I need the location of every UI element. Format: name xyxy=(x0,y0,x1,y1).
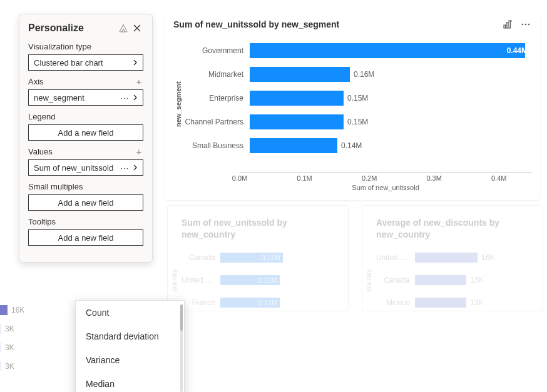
bar[interactable] xyxy=(250,91,344,106)
bar-value-label: 16K xyxy=(481,253,494,262)
bar-value-label: 0.16M xyxy=(354,67,374,82)
svg-point-5 xyxy=(528,24,530,26)
chart-title: Sum of new_unitssold by new_country xyxy=(181,217,334,241)
bar-value-label: 3K xyxy=(5,343,14,352)
viz-type-label: Visualization type xyxy=(28,42,91,51)
chart-title: Sum of new_unitssold by new_segment xyxy=(173,19,503,29)
y-axis-label: country xyxy=(365,269,372,291)
values-field-well[interactable]: Sum of new_unitssold ··· xyxy=(28,159,143,176)
y-axis-title: new_segment xyxy=(173,39,183,170)
background-bar-row: 16K xyxy=(0,305,69,315)
bar-value-label: 0.21M xyxy=(258,275,277,285)
scrollbar-thumb[interactable] xyxy=(180,304,183,331)
pane-title: Personalize xyxy=(28,23,116,34)
svg-point-4 xyxy=(525,24,527,26)
category-label: Channel Partners xyxy=(183,118,250,126)
category-label: Enterprise xyxy=(183,94,250,103)
context-menu-item[interactable]: Variance xyxy=(76,348,184,372)
bar-value-label: 13K xyxy=(470,276,483,284)
faded-bar-row: United St…16K xyxy=(376,252,529,263)
bar xyxy=(415,298,466,308)
viz-type-dropdown[interactable]: Clustered bar chart xyxy=(28,54,143,71)
legend-label: Legend xyxy=(28,112,55,121)
values-label: Values xyxy=(28,147,53,156)
bar[interactable] xyxy=(250,43,525,58)
chart-bar-row[interactable]: Government0.44M xyxy=(183,39,531,63)
bar: 0.21M xyxy=(220,275,280,285)
category-label: Small Business xyxy=(183,141,250,150)
category-label: Mexico xyxy=(376,298,415,307)
bar xyxy=(415,275,466,285)
bar[interactable] xyxy=(250,138,337,153)
faded-chart-units-by-country: Sum of new_unitssold by new_country coun… xyxy=(167,205,349,311)
background-bar-row: 3K xyxy=(0,324,69,334)
category-label: Government xyxy=(183,46,250,55)
close-icon[interactable] xyxy=(131,22,143,34)
chevron-right-icon xyxy=(131,94,139,101)
add-small-multiples-field[interactable]: Add a new field xyxy=(28,194,143,211)
bar-value-label: 3K xyxy=(5,324,14,333)
category-label: Midmarket xyxy=(183,70,250,79)
personalize-visual-icon[interactable] xyxy=(503,19,514,30)
add-axis-field-icon[interactable]: + xyxy=(135,78,143,86)
x-axis-title: Sum of new_unitssold xyxy=(240,184,531,191)
values-field-value: Sum of new_unitssold xyxy=(34,163,118,173)
svg-rect-2 xyxy=(509,21,511,28)
x-axis-tick: 0.2M xyxy=(362,174,377,182)
faded-bar-row: Mexico13K xyxy=(376,297,529,308)
field-menu-icon[interactable]: ··· xyxy=(118,163,131,173)
chevron-right-icon xyxy=(131,59,139,66)
chart-bar-row[interactable]: Channel Partners0.15M xyxy=(183,110,531,134)
faded-chart-discounts-by-country: Average of new_discounts by new_country … xyxy=(362,205,543,311)
bar xyxy=(0,343,1,353)
viz-type-value: Clustered bar chart xyxy=(34,58,131,68)
axis-label: Axis xyxy=(28,77,44,86)
bar xyxy=(415,253,478,263)
field-menu-icon[interactable]: ··· xyxy=(118,93,131,103)
add-legend-field[interactable]: Add a new field xyxy=(28,124,143,141)
bar-value-label: 0.44M xyxy=(507,43,528,58)
context-menu-item[interactable]: Count xyxy=(76,301,184,324)
bar-value-label: 16K xyxy=(11,306,24,314)
bar: 0.21M xyxy=(220,298,280,308)
category-label: United St… xyxy=(376,253,415,262)
bar-value-label: 0.14M xyxy=(341,138,362,153)
bar-value-label: 0.22M xyxy=(261,253,280,263)
x-axis-tick: 0.3M xyxy=(426,174,441,182)
context-menu-item[interactable]: Standard deviation xyxy=(76,324,184,348)
axis-field-value: new_segment xyxy=(34,93,118,103)
y-axis-label: country xyxy=(170,269,178,291)
bar-value-label: 0.21M xyxy=(258,298,277,308)
background-bar-row: 3K xyxy=(0,343,69,353)
main-chart-card[interactable]: Sum of new_unitssold by new_segment new_… xyxy=(165,13,540,200)
bar-value-label: 3K xyxy=(5,362,14,371)
more-options-icon[interactable] xyxy=(520,19,531,30)
reset-icon[interactable] xyxy=(117,22,130,34)
chart-bar-row[interactable]: Small Business0.14M xyxy=(183,134,531,158)
bar-value-label: 13K xyxy=(470,298,483,307)
small-multiples-label: Small multiples xyxy=(28,182,83,191)
bar-value-label: 0.15M xyxy=(347,91,368,106)
axis-field-well[interactable]: new_segment ··· xyxy=(28,89,143,106)
svg-rect-0 xyxy=(504,25,506,28)
bar[interactable] xyxy=(250,67,350,82)
svg-rect-1 xyxy=(506,23,508,28)
background-bar-row: 3K xyxy=(0,361,69,371)
faded-bar-row: France0.21M xyxy=(181,297,334,308)
add-values-field-icon[interactable]: + xyxy=(135,148,143,156)
x-axis-tick: 0.0M xyxy=(232,174,247,182)
personalize-pane: Personalize Visualization type Clustered… xyxy=(19,14,153,263)
bar xyxy=(0,305,8,315)
svg-point-3 xyxy=(522,24,524,26)
category-label: Canada xyxy=(181,253,220,262)
tooltips-label: Tooltips xyxy=(28,217,56,226)
add-tooltips-field[interactable]: Add a new field xyxy=(28,229,143,246)
category-label: United St… xyxy=(181,276,220,284)
bar: 0.22M xyxy=(220,253,283,263)
chart-bar-row[interactable]: Midmarket0.16M xyxy=(183,63,531,86)
background-chart-left: 16K3K3K3K xyxy=(0,305,69,380)
context-menu-item[interactable]: Median xyxy=(76,372,184,392)
x-axis-tick: 0.1M xyxy=(297,174,312,182)
chart-bar-row[interactable]: Enterprise0.15M xyxy=(183,86,531,110)
bar[interactable] xyxy=(250,114,344,129)
